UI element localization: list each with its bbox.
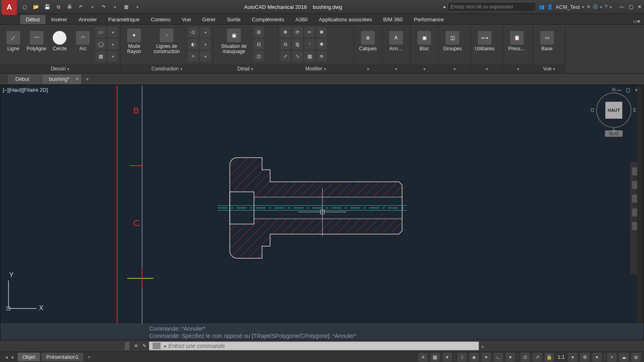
rotate-icon[interactable]: ⟳	[292, 27, 303, 37]
status-lock-icon[interactable]: 🔒	[545, 353, 554, 362]
mirror-icon[interactable]: ⧎	[292, 39, 303, 49]
calques-button[interactable]: ≣Calques	[357, 25, 379, 58]
layout-scroll-right-icon[interactable]: ▸	[10, 354, 16, 360]
status-custom-icon[interactable]: ≣	[631, 353, 641, 362]
tab-inserer[interactable]: Insérer	[45, 15, 73, 24]
maximize-button[interactable]: ▢	[626, 2, 635, 11]
panel-dessin-expand-icon[interactable]: ▾	[67, 67, 69, 71]
status-gear-dd-icon[interactable]: ▾	[592, 353, 602, 362]
tab-applications[interactable]: Applications associées	[313, 15, 378, 24]
panel-detail-title[interactable]: Détail	[237, 66, 250, 72]
cercle-button[interactable]: Cercle	[49, 25, 71, 58]
draw-drop-2-icon[interactable]: ▾	[107, 39, 118, 49]
new-icon[interactable]: ▢	[19, 2, 30, 12]
open-icon[interactable]: 📂	[31, 2, 41, 12]
app-logo[interactable]: A	[2, 0, 17, 15]
panel-construction-title[interactable]: Construction	[151, 66, 178, 72]
tab-parametrique[interactable]: Paramétrique	[103, 15, 145, 24]
fillet-icon[interactable]: ◝	[304, 39, 315, 49]
panel-bloc-expand-icon[interactable]: ▾	[423, 67, 425, 71]
constr-d3-icon[interactable]: ▾	[200, 51, 211, 62]
user-name-text[interactable]: ACM_Test	[555, 4, 580, 10]
saveas-icon[interactable]: ⧉	[53, 2, 64, 12]
save-icon[interactable]: 💾	[42, 2, 52, 12]
file-tab-debut[interactable]: Début	[8, 74, 42, 84]
layout-icon[interactable]: ▦	[121, 2, 131, 12]
tab-performance[interactable]: Performance	[408, 15, 449, 24]
draw-drop-1-icon[interactable]: ▾	[107, 27, 118, 37]
tab-gerer[interactable]: Gérer	[197, 15, 221, 24]
status-snap-icon[interactable]: ⟟	[457, 353, 467, 362]
status-plus-icon[interactable]: +	[607, 353, 617, 362]
layout-tab-objet[interactable]: Objet	[18, 353, 40, 361]
array-icon[interactable]: ▦	[304, 51, 315, 62]
panel-press-expand-icon[interactable]: ▾	[517, 67, 519, 71]
command-customize-icon[interactable]: ✎	[140, 343, 149, 349]
status-scale-text[interactable]: 1:1	[557, 354, 566, 360]
detail-t1-icon[interactable]: ⊞	[254, 27, 264, 37]
new-tab-button[interactable]: +	[82, 74, 93, 84]
tab-annoter[interactable]: Annoter	[73, 15, 103, 24]
tab-a360[interactable]: A360	[290, 15, 313, 24]
redo-dropdown-icon[interactable]: ▾	[109, 2, 120, 12]
tab-vue[interactable]: Vue	[176, 15, 197, 24]
draw-drop-3-icon[interactable]: ▾	[107, 51, 118, 62]
polyligne-button[interactable]: 〰Polyligne	[26, 25, 47, 58]
panel-utilitaires-expand-icon[interactable]: ▾	[486, 67, 488, 71]
rect-tool-icon[interactable]: ▭	[95, 27, 106, 37]
panel-calques-expand-icon[interactable]: ▾	[367, 67, 369, 71]
offset-icon[interactable]: ≋	[316, 51, 327, 62]
panel-dessin-title[interactable]: Dessin	[51, 66, 66, 72]
panel-modifier-title[interactable]: Modifier	[305, 66, 323, 72]
mode-rayon-button[interactable]: ✦Mode Rayon	[123, 25, 145, 58]
command-close-icon[interactable]: ✕	[132, 343, 140, 349]
command-input[interactable]: ▸ Entrez une commande	[149, 341, 479, 350]
status-scale-dd-icon[interactable]: ▾	[568, 353, 578, 362]
stretch-icon[interactable]: ⤢	[280, 51, 291, 62]
print-icon[interactable]: 🖶	[64, 2, 75, 12]
drawing-viewport[interactable]: [–][Haut][Filaire 2D] — ▢ ✕ N S E O HAUT…	[0, 85, 644, 340]
base-button[interactable]: ▭Base	[536, 25, 558, 58]
tab-debut[interactable]: Début	[20, 15, 45, 24]
layout-add-icon[interactable]: +	[86, 354, 92, 360]
undo-dropdown-icon[interactable]: ▾	[87, 2, 97, 12]
a360-icon[interactable]: Ⓐ	[593, 4, 598, 10]
scale-icon[interactable]: ⤡	[292, 51, 303, 62]
layout-tab-presentation1[interactable]: Présentation1	[41, 353, 83, 361]
panel-groupes-expand-icon[interactable]: ▾	[454, 67, 456, 71]
a360-dropdown-icon[interactable]: ▾	[600, 5, 602, 9]
command-drag-handle[interactable]	[125, 342, 130, 350]
detail-t2-icon[interactable]: ⊟	[254, 39, 264, 49]
trim-icon[interactable]: ✂	[304, 27, 315, 37]
move-icon[interactable]: ✥	[280, 27, 291, 37]
scrollbar-vertical[interactable]	[637, 85, 644, 333]
status-grid-dd-icon[interactable]: ▾	[442, 353, 452, 362]
mask-button[interactable]: ▣Situation de masquage	[216, 25, 252, 58]
signin-icon[interactable]: 👥	[539, 4, 545, 10]
panel-vue-title[interactable]: Vue	[543, 66, 552, 72]
exchange-icon[interactable]: ✕	[586, 4, 590, 10]
ligne-button[interactable]: ／Ligne	[2, 25, 24, 58]
panel-annotation-expand-icon[interactable]: ▾	[395, 67, 397, 71]
status-osnap-icon[interactable]: ⊙	[520, 353, 530, 362]
ellipse-tool-icon[interactable]: ◯	[95, 39, 106, 49]
status-iso-icon[interactable]: ◈	[469, 353, 479, 362]
erase-icon[interactable]: ✖	[316, 27, 327, 37]
panel-vue-expand-icon[interactable]: ▾	[553, 67, 555, 71]
detail-t3-icon[interactable]: ⊡	[254, 51, 264, 62]
layout-scroll-left-icon[interactable]: ◂	[3, 354, 10, 360]
copy-icon[interactable]: ⧉	[280, 39, 291, 49]
status-model-icon[interactable]: ≡	[418, 353, 428, 362]
status-polar-dd-icon[interactable]: ▾	[506, 353, 515, 362]
undo-icon[interactable]: ↶	[76, 2, 86, 12]
redo-icon[interactable]: ↷	[98, 2, 109, 12]
tab-complements[interactable]: Compléments	[246, 15, 290, 24]
bloc-button[interactable]: ▣Bloc	[413, 25, 436, 58]
command-recent-icon[interactable]: ▴	[479, 343, 486, 349]
panel-construction-expand-icon[interactable]: ▾	[180, 67, 182, 71]
constr-d1-icon[interactable]: ▾	[200, 27, 211, 37]
minimize-button[interactable]: —	[617, 2, 626, 11]
help-icon[interactable]: ?	[605, 4, 607, 10]
tab-sortie[interactable]: Sortie	[221, 15, 246, 24]
constr-t2-icon[interactable]: ◐	[188, 39, 198, 49]
